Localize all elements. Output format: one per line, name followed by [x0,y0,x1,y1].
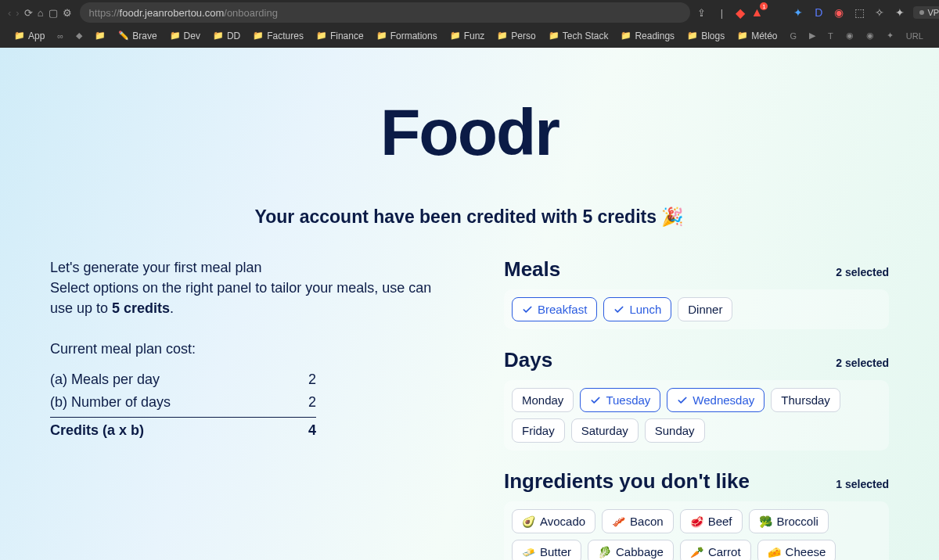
bookmark-item[interactable]: 📁Tech Stack [544,29,613,43]
chip-cheese[interactable]: 🧀Cheese [757,540,836,560]
extensions-menu-icon[interactable]: ⬚ [852,5,866,20]
extension-icon[interactable]: ◉ [832,5,846,20]
home-icon[interactable]: ⌂ [38,5,44,20]
bookmark-item[interactable]: 📁Dev [165,29,205,43]
section-title: Days [504,348,552,372]
bookmark-item[interactable]: T [823,30,838,42]
chip-label: Avocado [540,515,585,528]
chip-butter[interactable]: 🧈Butter [512,540,581,560]
chrome-right: ⇪ | ◆ ▲ ✦ D ◉ ⬚ ✧ ✦ VPN Update☰ [695,4,939,21]
ingredient-emoji: 🥓 [612,515,625,528]
extension-icon[interactable]: ✦ [893,5,907,20]
url-text: https://foodr.jeanrobertou.com/onboardin… [89,7,278,19]
bookmark-icon: 📁 [497,31,508,41]
extension-icon[interactable]: ✧ [872,5,887,20]
chip-label: Broccoli [777,515,818,528]
brave-shield-icon[interactable]: ◆ [736,5,745,20]
bookmark-icon: 📁 [14,31,25,41]
chip-label: Saturday [581,424,628,437]
chip-label: Carrot [708,545,741,558]
bookmark-icon: 📁 [737,31,748,41]
chip-friday[interactable]: Friday [512,418,565,443]
bookmark-item[interactable]: 📁DD [208,29,245,43]
bookmark-item[interactable]: 📁Blogs [682,29,729,43]
extension-icon[interactable]: D [811,5,826,20]
bookmark-item[interactable]: 📁Readings [616,29,679,43]
chip-monday[interactable]: Monday [512,388,574,412]
chip-saturday[interactable]: Saturday [571,418,639,443]
bookmark-icon: 📁 [170,31,181,41]
chip-label: Monday [522,393,563,407]
bookmark-label: Formations [390,31,437,41]
chip-cabbage[interactable]: 🥬Cabbage [588,540,674,560]
extension-icon[interactable]: ✦ [791,5,805,20]
ingredient-emoji: 🥬 [598,546,611,558]
chip-tuesday[interactable]: Tuesday [580,388,660,412]
forward-icon[interactable]: › [16,5,19,20]
chip-label: Bacon [630,515,664,528]
chip-broccoli[interactable]: 🥦Broccoli [749,509,829,533]
intro-line-1: Let's generate your first meal plan [50,257,457,278]
chip-bacon[interactable]: 🥓Bacon [602,509,674,533]
bookmark-item[interactable]: 📁 [90,29,110,42]
address-bar[interactable]: https://foodr.jeanrobertou.com/onboardin… [80,2,690,23]
chip-label: Butter [540,545,571,558]
bookmark-item[interactable]: ∞ [52,30,68,42]
share-icon[interactable]: ⇪ [695,5,709,20]
chip-wednesday[interactable]: Wednesday [667,388,765,412]
bookmark-label: Perso [511,31,535,41]
bookmark-label: Factures [267,31,304,41]
bookmark-item[interactable]: 📁App [9,29,49,43]
check-icon [590,395,601,406]
bookmark-item[interactable]: ✦ [882,29,898,42]
chip-label: Dinner [688,303,722,316]
bookmark-item[interactable]: ◉ [862,29,879,42]
back-icon[interactable]: ‹ [8,5,11,20]
bookmark-icon: T [828,31,833,41]
bookmark-icon: 📁 [316,31,327,41]
chip-lunch[interactable]: Lunch [603,297,671,321]
bookmark-item[interactable]: URL [901,30,928,42]
bookmark-item[interactable]: 📁Finance [311,29,369,43]
bookmark-icon: 📁 [687,31,698,41]
chip-avocado[interactable]: 🥑Avocado [512,509,595,533]
address-row: ‹ › ⟳ ⌂ ▢ ⚙ https://foodr.jeanrobertou.c… [0,0,939,25]
site-settings-icon[interactable]: ⚙ [63,5,72,20]
chip-thursday[interactable]: Thursday [771,388,840,412]
cost-row: (a) Meals per day2 [50,368,316,391]
bookmark-item[interactable]: ◆ [71,29,87,42]
meals-section: Meals 2 selected BreakfastLunchDinner [504,257,889,329]
chip-sunday[interactable]: Sunday [645,418,705,443]
bookmark-icon: ▶ [809,31,815,41]
chip-carrot[interactable]: 🥕Carrot [680,540,751,560]
bookmark-icon[interactable]: ▢ [49,5,58,20]
vpn-chip[interactable]: VPN [913,6,939,19]
bookmark-label: DD [227,31,240,41]
bookmark-icon: 📁 [621,31,631,41]
bookmark-item[interactable]: ◉ [841,29,858,42]
bookmark-item[interactable]: 📁Factures [248,29,308,43]
bookmark-item[interactable]: G [786,30,802,42]
bookmark-item[interactable]: ✏️Brave [113,29,161,43]
bookmarks-bar: 📁App∞◆📁✏️Brave📁Dev📁DD📁Factures📁Finance📁F… [0,25,939,48]
bookmark-label: Funz [464,31,485,41]
reload-icon[interactable]: ⟳ [24,5,33,20]
ingredients-chips: 🥑Avocado🥓Bacon🥩Beef🥦Broccoli🧈Butter🥬Cabb… [504,501,889,560]
bookmark-item[interactable]: 📁Formations [372,29,442,43]
bookmark-item[interactable]: 📁Funz [445,29,490,43]
bookmark-item[interactable]: 📁Météo [732,29,782,43]
bookmark-label: Météo [751,31,777,41]
brave-rewards-icon[interactable]: ▲ [751,5,764,20]
bookmark-label: Readings [635,31,675,41]
bookmark-item[interactable]: ▶ [804,29,820,42]
check-icon [677,395,688,406]
bookmark-item[interactable]: 📁Perso [492,29,540,43]
intro-line-2: Select options on the right panel to tai… [50,278,457,318]
chip-breakfast[interactable]: Breakfast [512,297,597,321]
chip-label: Thursday [781,393,830,407]
chip-dinner[interactable]: Dinner [678,297,732,321]
browser-chrome: ‹ › ⟳ ⌂ ▢ ⚙ https://foodr.jeanrobertou.c… [0,0,939,48]
chip-beef[interactable]: 🥩Beef [680,509,743,533]
ingredient-emoji: 🧀 [768,546,781,558]
ingredient-emoji: 🥑 [522,515,535,528]
